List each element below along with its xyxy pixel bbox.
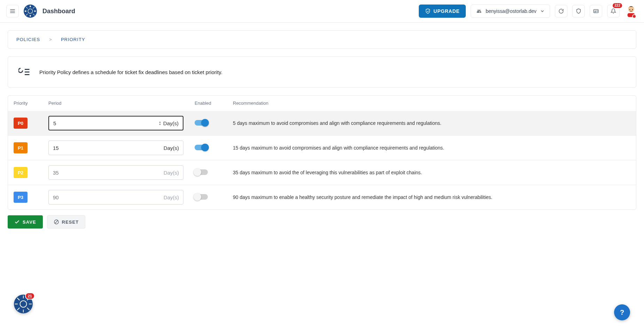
shield-check-icon (425, 8, 431, 14)
th-recommendation: Recommendation (227, 96, 636, 111)
user-email: benyissa@ostorlab.dev (486, 8, 536, 14)
th-enabled: Enabled (189, 96, 227, 111)
svg-point-6 (30, 15, 31, 16)
priority-list-icon (18, 65, 32, 79)
period-field: Day(s) (48, 165, 183, 180)
info-card: Priority Policy defines a schedule for t… (8, 56, 636, 88)
priority-chip: P3 (14, 192, 28, 203)
period-field[interactable]: Day(s) (48, 141, 183, 155)
card-button[interactable] (590, 5, 602, 17)
recommendation-text: 5 days maximum to avoid compromises and … (233, 120, 441, 126)
avatar[interactable] (625, 5, 638, 18)
svg-line-21 (55, 221, 58, 223)
floating-count-badge: 21 (25, 293, 35, 299)
floating-brand-badge[interactable]: 21 (14, 295, 33, 313)
menu-icon (9, 8, 16, 14)
avatar-status-dot (632, 14, 636, 18)
priority-table-card: Priority Period Enabled Recommendation P… (8, 95, 636, 210)
svg-point-5 (30, 6, 31, 7)
priority-chip: P1 (14, 142, 28, 153)
period-field: Day(s) (48, 190, 183, 205)
breadcrumb-card: POLICIES > PRIORITY (8, 30, 636, 49)
menu-button[interactable] (6, 5, 19, 17)
breadcrumb: POLICIES > PRIORITY (8, 31, 636, 48)
chevron-down-icon (540, 9, 545, 14)
period-unit: Day(s) (163, 120, 179, 126)
shield-icon (576, 8, 581, 14)
th-priority: Priority (8, 96, 43, 111)
recommendation-text: 35 days maximum to avoid the of leveragi… (233, 170, 422, 175)
notification-count-badge: 222 (612, 2, 623, 9)
save-label: SAVE (23, 219, 36, 225)
period-unit: Day(s) (164, 170, 179, 176)
page-title: Dashboard (42, 8, 75, 15)
period-input (53, 170, 164, 176)
actions-row: SAVE RESET (8, 215, 636, 229)
period-unit: Day(s) (164, 145, 179, 151)
info-text: Priority Policy defines a schedule for t… (39, 69, 222, 75)
number-stepper[interactable]: ▲▼ (159, 121, 161, 126)
period-input[interactable] (53, 145, 164, 151)
recommendation-text: 15 days maximum to avoid compromises and… (233, 145, 444, 151)
reset-label: RESET (62, 219, 79, 225)
check-icon (14, 219, 20, 225)
brand-logo[interactable] (24, 5, 37, 18)
th-period: Period (43, 96, 189, 111)
prohibit-icon (54, 219, 59, 225)
brand-logo-icon (24, 5, 37, 18)
help-fab[interactable]: ? (614, 304, 630, 320)
table-row: P3Day(s)90 days maximum to enable a heal… (8, 185, 636, 210)
breadcrumb-separator: > (49, 37, 52, 42)
svg-point-8 (34, 11, 36, 12)
priority-chip: P0 (14, 118, 28, 129)
period-input[interactable] (53, 120, 159, 126)
reset-button[interactable]: RESET (47, 215, 86, 229)
main-content: POLICIES > PRIORITY Priority Policy defi… (0, 23, 644, 236)
period-input (53, 194, 164, 200)
save-button[interactable]: SAVE (8, 215, 43, 229)
breadcrumb-priority[interactable]: PRIORITY (61, 37, 85, 42)
shield-button[interactable] (572, 5, 585, 17)
breadcrumb-policies[interactable]: POLICIES (16, 37, 40, 42)
period-unit: Day(s) (164, 194, 179, 200)
recommendation-text: 90 days maximum to enable a healthy secu… (233, 194, 493, 200)
refresh-icon (558, 8, 564, 14)
svg-point-16 (632, 9, 633, 10)
period-field[interactable]: ▲▼Day(s) (48, 116, 183, 130)
notifications-button[interactable]: 222 (607, 5, 620, 17)
svg-point-10 (595, 10, 596, 11)
enabled-toggle[interactable] (195, 169, 208, 175)
table-row: P1Day(s)15 days maximum to avoid comprom… (8, 136, 636, 160)
topbar: Dashboard UPGRADE benyissa@ostorlab.dev … (0, 0, 644, 23)
user-menu[interactable]: benyissa@ostorlab.dev (471, 5, 550, 18)
id-card-icon (593, 8, 599, 14)
bell-icon (611, 8, 616, 14)
users-icon (476, 9, 482, 14)
svg-point-7 (25, 11, 26, 12)
table-row: P2Day(s)35 days maximum to avoid the of … (8, 160, 636, 185)
enabled-toggle[interactable] (195, 120, 208, 126)
upgrade-label: UPGRADE (433, 8, 460, 14)
question-icon: ? (620, 309, 624, 317)
table-row: P0▲▼Day(s)5 days maximum to avoid compro… (8, 111, 636, 136)
refresh-button[interactable] (555, 5, 567, 17)
svg-point-15 (629, 9, 630, 10)
upgrade-button[interactable]: UPGRADE (419, 5, 466, 18)
enabled-toggle[interactable] (195, 194, 208, 200)
enabled-toggle[interactable] (195, 145, 208, 150)
priority-table: Priority Period Enabled Recommendation P… (8, 96, 636, 209)
priority-chip: P2 (14, 167, 28, 178)
